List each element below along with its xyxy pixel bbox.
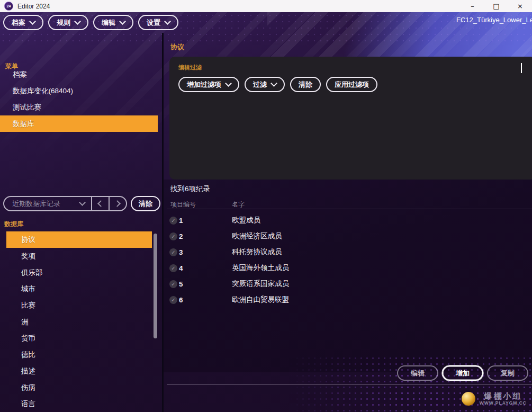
filter-dropdown-label: 过滤 bbox=[253, 80, 267, 89]
bottom-divider bbox=[167, 384, 532, 385]
db-item-continents[interactable]: 洲 bbox=[0, 314, 162, 330]
db-item-descriptions[interactable]: 描述 bbox=[0, 363, 162, 379]
recent-clear-button[interactable]: 清除 bbox=[131, 196, 160, 211]
chevron-left-icon bbox=[97, 200, 104, 207]
menu-rules-label: 规则 bbox=[57, 18, 70, 28]
db-item-agreements[interactable]: 协议 bbox=[6, 231, 152, 248]
database-category-list: 协议 奖项 俱乐部 城市 比赛 洲 货币 德比 描述 伤病 语言 地区 bbox=[0, 231, 162, 412]
golden-ball-icon bbox=[462, 392, 475, 406]
sidebar-scrollbar[interactable] bbox=[154, 234, 157, 338]
sidebar-menu-list: 档案 数据库变化(68404) 测试比赛 数据库 bbox=[0, 66, 158, 132]
filter-panel-buttons: 增加过滤项 过滤 清除 应用过滤项 bbox=[178, 77, 377, 92]
check-icon: ✓ bbox=[169, 232, 177, 240]
table-row[interactable]: ✓ 3 科托努协议成员 bbox=[167, 244, 532, 260]
sidebar-item-database[interactable]: 数据库 bbox=[0, 115, 158, 132]
close-icon[interactable]: × bbox=[508, 0, 532, 12]
loaded-file-name: FC12_Türkiye_Lower_League bbox=[456, 16, 532, 24]
watermark-group-name: 爆棚小组 bbox=[484, 392, 522, 401]
table-row[interactable]: ✓ 5 突厥语系国家成员 bbox=[167, 276, 532, 292]
menu-bar: 档案 规则 编辑 设置 FC12_Türkiye_Lower_League bbox=[0, 12, 532, 33]
edit-filter-panel: 编辑过滤 增加过滤项 过滤 清除 应用过滤项 bbox=[169, 57, 532, 180]
check-icon: ✓ bbox=[169, 280, 177, 288]
chevron-down-icon bbox=[74, 18, 81, 25]
check-icon: ✓ bbox=[169, 296, 177, 304]
sidebar: 菜单 档案 数据库变化(68404) 测试比赛 数据库 近期数据库记录 bbox=[0, 33, 162, 412]
add-record-button[interactable]: 增加 bbox=[442, 365, 483, 381]
row-name: 科托努协议成员 bbox=[232, 247, 282, 257]
row-id: 2 bbox=[179, 232, 183, 240]
table-header: 项目编号 名字 bbox=[170, 200, 528, 209]
db-item-clubs[interactable]: 俱乐部 bbox=[0, 264, 162, 281]
recent-records-group: 近期数据库记录 bbox=[3, 196, 127, 211]
filter-dropdown-button[interactable]: 过滤 bbox=[245, 77, 285, 92]
edit-record-button[interactable]: 编辑 bbox=[397, 365, 438, 381]
chevron-down-icon bbox=[119, 18, 126, 25]
results-summary: 找到6项纪录 bbox=[170, 184, 210, 194]
table-row[interactable]: ✓ 1 欧盟成员 bbox=[167, 212, 532, 228]
db-item-derbies[interactable]: 德比 bbox=[0, 346, 162, 363]
add-filter-item-button[interactable]: 增加过滤项 bbox=[178, 77, 239, 92]
copy-record-button[interactable]: 复制 bbox=[487, 365, 528, 381]
sidebar-item-file[interactable]: 档案 bbox=[0, 66, 158, 83]
minimize-icon[interactable]: – bbox=[461, 0, 484, 12]
chevron-down-icon bbox=[270, 80, 277, 87]
chevron-down-icon bbox=[79, 199, 86, 206]
app-title: Editor 2024 bbox=[17, 3, 50, 10]
db-item-cities[interactable]: 城市 bbox=[0, 281, 162, 297]
app-canvas: 档案 规则 编辑 设置 FC12_Türkiye_Lower_League 菜单… bbox=[0, 12, 532, 412]
sidebar-item-test-match[interactable]: 测试比赛 bbox=[0, 99, 158, 115]
column-header-name[interactable]: 名字 bbox=[232, 200, 245, 209]
row-id: 6 bbox=[179, 296, 183, 304]
menu-file-button[interactable]: 档案 bbox=[3, 15, 43, 30]
row-id: 4 bbox=[179, 264, 183, 272]
title-bar: 24 Editor 2024 – □ × bbox=[0, 0, 532, 12]
row-id: 3 bbox=[179, 248, 183, 256]
recent-records-row: 近期数据库记录 清除 bbox=[3, 196, 160, 211]
menu-rules-button[interactable]: 规则 bbox=[48, 15, 88, 30]
menu-edit-button[interactable]: 编辑 bbox=[93, 15, 133, 30]
column-header-id[interactable]: 项目编号 bbox=[170, 201, 196, 208]
menu-settings-label: 设置 bbox=[147, 18, 160, 28]
row-name: 欧洲自由贸易联盟 bbox=[232, 295, 289, 304]
watermark-website: WWW.PLAYGM.CC bbox=[480, 401, 527, 406]
db-item-languages[interactable]: 语言 bbox=[0, 396, 162, 412]
check-icon: ✓ bbox=[169, 217, 177, 225]
apply-filter-button[interactable]: 应用过滤项 bbox=[326, 77, 377, 92]
chevron-down-icon bbox=[521, 63, 522, 73]
window-controls: – □ × bbox=[461, 0, 532, 12]
prev-record-button[interactable] bbox=[92, 197, 109, 210]
maximize-icon[interactable]: □ bbox=[484, 0, 508, 12]
next-record-button[interactable] bbox=[110, 197, 126, 210]
table-header-divider bbox=[167, 209, 532, 209]
record-action-buttons: 编辑 增加 复制 去除 bbox=[164, 365, 532, 381]
add-filter-item-label: 增加过滤项 bbox=[187, 80, 221, 89]
edit-filter-title: 编辑过滤 bbox=[178, 64, 202, 71]
table-row[interactable]: ✓ 6 欧洲自由贸易联盟 bbox=[167, 292, 532, 308]
sidebar-database-header: 数据库 bbox=[4, 220, 23, 229]
main-area: 协议 编辑过滤 增加过滤项 过滤 清除 应用过滤项 找到6项纪录 项目 bbox=[164, 33, 532, 412]
watermark: 爆棚小组 WWW.PLAYGM.CC bbox=[462, 392, 527, 406]
clear-filter-button[interactable]: 清除 bbox=[290, 77, 321, 92]
page-title: 协议 bbox=[170, 42, 184, 52]
table-row[interactable]: ✓ 4 英国海外领土成员 bbox=[167, 260, 532, 276]
recent-records-dropdown[interactable]: 近期数据库记录 bbox=[4, 197, 91, 210]
table-body: ✓ 1 欧盟成员 ✓ 2 欧洲经济区成员 ✓ 3 科托努协议成员 ✓ 4 英国海… bbox=[167, 212, 532, 308]
row-name: 欧盟成员 bbox=[232, 216, 260, 225]
row-name: 突厥语系国家成员 bbox=[232, 279, 289, 289]
collapse-panel-button[interactable] bbox=[521, 63, 527, 69]
menu-settings-button[interactable]: 设置 bbox=[138, 15, 178, 30]
row-id: 5 bbox=[179, 280, 183, 288]
row-name: 英国海外领土成员 bbox=[232, 263, 289, 273]
table-row[interactable]: ✓ 2 欧洲经济区成员 bbox=[167, 228, 532, 244]
db-item-currencies[interactable]: 货币 bbox=[0, 330, 162, 346]
chevron-right-icon bbox=[114, 200, 121, 207]
check-icon: ✓ bbox=[169, 248, 177, 256]
row-id: 1 bbox=[179, 217, 183, 225]
db-item-competitions[interactable]: 比赛 bbox=[0, 297, 162, 314]
db-item-awards[interactable]: 奖项 bbox=[0, 248, 162, 264]
sidebar-item-db-changes[interactable]: 数据库变化(68404) bbox=[0, 83, 158, 99]
app-logo-icon: 24 bbox=[4, 2, 13, 11]
recent-records-label: 近期数据库记录 bbox=[12, 199, 76, 209]
db-item-injuries[interactable]: 伤病 bbox=[0, 379, 162, 396]
menu-edit-label: 编辑 bbox=[102, 18, 115, 28]
